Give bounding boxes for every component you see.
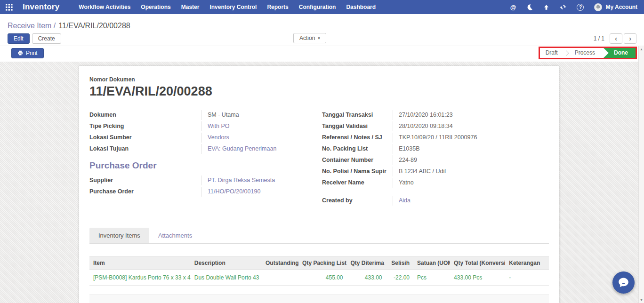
table-row[interactable]: [PSM-B0008] Kardus Porto 76 x 33 x 43 cm… xyxy=(89,270,549,286)
breadcrumb-parent-link[interactable]: Receive Item / xyxy=(8,22,56,30)
pager-previous-button[interactable]: ‹ xyxy=(610,33,622,44)
cell-qty-packing-list: 455.00 xyxy=(298,270,346,286)
scrollbar-down-arrow[interactable]: ▼ xyxy=(640,298,643,302)
field-label: Tanggal Transaksi xyxy=(322,110,393,120)
refresh-icon[interactable] xyxy=(560,4,566,10)
field-value-link[interactable]: EVA: Gudang Penerimaan xyxy=(201,144,300,154)
field-value-link[interactable]: 11/HO/PO/20/00190 xyxy=(201,187,300,197)
navbar-right: @ ? My Account xyxy=(500,3,644,11)
field-purchase-order: Purchase Order 11/HO/PO/20/00190 xyxy=(89,187,300,197)
menu-configuration[interactable]: Configuration xyxy=(294,4,341,10)
field-tanggal-validasi: Tanggal Validasi 28/10/2020 09:18:34 xyxy=(322,121,549,131)
cell-qty-total: 433.00 Pcs xyxy=(450,270,505,286)
inventory-items-table: Item Description Outstanding PO Qty Pack… xyxy=(89,256,549,303)
field-value: 27/10/2020 16:01:23 xyxy=(393,110,549,120)
livechat-button[interactable] xyxy=(612,271,635,294)
statusbar-stage-done-active[interactable]: Done xyxy=(604,48,636,58)
field-referensi-notes-sj: Referensi / Notes / SJ TKP.10/09/20 / 11… xyxy=(322,133,549,143)
annotation-red-box: Draft Process Done xyxy=(539,47,637,59)
apps-grid-icon[interactable] xyxy=(2,0,16,14)
field-label: Dokumen xyxy=(89,110,201,120)
menu-inventory-control[interactable]: Inventory Control xyxy=(204,4,262,10)
field-value: E1035B xyxy=(393,144,549,154)
field-value-link[interactable]: Aida xyxy=(393,196,549,206)
field-label: No. Packing List xyxy=(322,144,393,154)
menu-dashboard[interactable]: Dashboard xyxy=(341,4,381,10)
action-dropdown[interactable]: Action ▾ xyxy=(293,33,326,43)
form-left-column: Dokumen SM - Utama Tipe Picking With PO … xyxy=(89,110,300,207)
app-brand[interactable]: Inventory xyxy=(23,2,59,12)
col-description: Description xyxy=(191,256,262,270)
scrollbar-up-arrow[interactable]: ▲ xyxy=(640,48,643,51)
create-button[interactable]: Create xyxy=(32,33,61,44)
grid-icon-svg xyxy=(6,4,13,11)
help-question-glyph: ? xyxy=(577,4,584,11)
refresh-icon-svg xyxy=(560,4,566,10)
tab-inventory-items[interactable]: Inventory Items xyxy=(89,228,149,243)
field-value-link[interactable]: With PO xyxy=(201,121,300,131)
pager: 1 / 1 ‹ › xyxy=(594,33,636,44)
col-qty-packing-list: Qty Packing List xyxy=(298,256,346,270)
print-button[interactable]: Print xyxy=(11,48,44,58)
cell-selisih: -22.00 xyxy=(386,270,413,286)
arrow-up-icon-svg xyxy=(543,4,549,10)
field-value-link[interactable]: PT. Dirga Reksa Semesta xyxy=(201,175,300,185)
upload-arrow-icon[interactable] xyxy=(543,4,549,10)
form-toolbar: Print Draft Process Done xyxy=(0,46,644,62)
document-fields: Dokumen SM - Utama Tipe Picking With PO … xyxy=(79,110,559,207)
chat-bubble-icon xyxy=(617,276,630,289)
statusbar-stage-process[interactable]: Process xyxy=(569,48,601,58)
tab-attachments[interactable]: Attachments xyxy=(149,228,201,243)
purchase-order-section-title: Purchase Order xyxy=(89,160,300,171)
cell-outstanding-po xyxy=(262,270,298,286)
col-satuan-uom: Satuan (UOM) xyxy=(413,256,450,270)
field-label: Container Number xyxy=(322,155,393,165)
field-label: Referensi / Notes / SJ xyxy=(322,133,393,143)
stage-chevron-icon xyxy=(564,50,569,56)
moon-icon-svg xyxy=(526,4,533,10)
top-navbar: Inventory Workflow Activities Operations… xyxy=(0,0,644,14)
field-label: Tanggal Validasi xyxy=(322,121,393,131)
printer-icon xyxy=(17,50,23,56)
cell-satuan-uom: Pcs xyxy=(413,270,450,286)
field-value: 28/10/2020 09:18:34 xyxy=(393,121,549,131)
col-qty-total-konversi: Qty Total (Konversi) xyxy=(450,256,505,270)
statusbar-stage-draft[interactable]: Draft xyxy=(540,48,564,58)
cell-keterangan: - xyxy=(505,270,549,286)
field-supplier: Supplier PT. Dirga Reksa Semesta xyxy=(89,175,300,185)
dark-mode-moon-icon[interactable] xyxy=(526,4,533,10)
cell-description: Dus Double Wall Porto 43 xyxy=(191,270,262,286)
field-dokumen: Dokumen SM - Utama xyxy=(89,110,300,120)
field-value: TKP.10/09/20 / 11RIL2000976 xyxy=(393,133,549,143)
menu-reports[interactable]: Reports xyxy=(262,4,293,10)
pager-next-button[interactable]: › xyxy=(624,33,636,44)
mention-icon[interactable]: @ xyxy=(510,4,516,11)
field-label: Receiver Name xyxy=(322,178,393,188)
vertical-scrollbar[interactable]: ▲ ▼ xyxy=(638,46,644,303)
account-menu[interactable]: My Account xyxy=(605,4,637,10)
chevron-down-icon: ▾ xyxy=(318,36,320,40)
edit-button[interactable]: Edit xyxy=(8,33,30,44)
field-value: 224-89 xyxy=(393,155,549,165)
avatar[interactable] xyxy=(594,3,602,11)
action-dropdown-label: Action xyxy=(299,35,315,41)
field-value: B 1234 ABC / Udil xyxy=(393,167,549,176)
field-tanggal-transaksi: Tanggal Transaksi 27/10/2020 16:01:23 xyxy=(322,110,549,120)
field-no-packing-list: No. Packing List E1035B xyxy=(322,144,549,154)
form-right-column: Tanggal Transaksi 27/10/2020 16:01:23 Ta… xyxy=(322,110,549,207)
help-icon[interactable]: ? xyxy=(577,4,584,11)
document-card: Nomor Dokumen 11/EVA/RIL/20/00288 Dokume… xyxy=(79,66,559,303)
menu-workflow-activities[interactable]: Workflow Activities xyxy=(73,4,136,10)
field-value: SM - Utama xyxy=(201,110,300,120)
field-label: No. Polisi / Nama Supir xyxy=(322,167,393,176)
menu-master[interactable]: Master xyxy=(176,4,205,10)
breadcrumb-current: 11/EVA/RIL/20/00288 xyxy=(58,22,130,30)
field-value-link[interactable]: Vendors xyxy=(201,133,300,143)
cell-item: [PSM-B0008] Kardus Porto 76 x 33 x 43 cm xyxy=(89,270,191,286)
menu-operations[interactable]: Operations xyxy=(136,4,176,10)
field-label: Supplier xyxy=(89,175,201,185)
control-panel: Edit Create Action ▾ 1 / 1 ‹ › xyxy=(0,31,644,46)
field-value: Yatno xyxy=(393,178,549,188)
col-selisih: Selisih xyxy=(386,256,413,270)
pager-count: 1 / 1 xyxy=(594,35,604,42)
